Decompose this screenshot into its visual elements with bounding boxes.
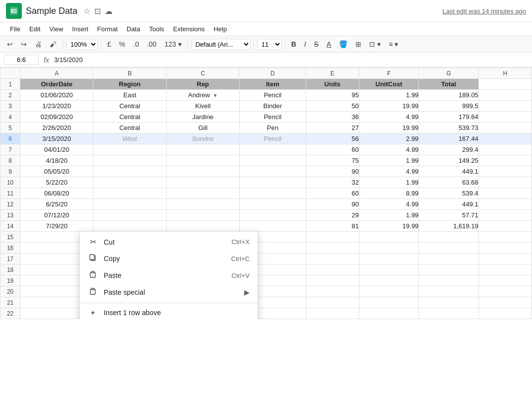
cell-C8[interactable]	[166, 155, 239, 166]
cell-E3[interactable]: 50	[306, 101, 359, 112]
row-num-3[interactable]: 3	[0, 101, 20, 112]
cell-C3[interactable]: Kivell	[166, 101, 239, 112]
cell-F12[interactable]: 4.99	[359, 199, 418, 210]
col-header-G[interactable]: G	[419, 68, 478, 79]
cell-C6[interactable]: Sorvino	[166, 133, 239, 144]
cell-F14[interactable]: 19.99	[359, 221, 418, 232]
paint-format-button[interactable]: 🖌	[47, 38, 60, 50]
cell-A8[interactable]: 4/18/20	[20, 155, 93, 166]
cell-G11[interactable]: 539.4	[419, 188, 478, 199]
align-button[interactable]: ≡ ▾	[386, 38, 401, 50]
cell-B4[interactable]: Central	[93, 112, 166, 123]
cell-G10[interactable]: 63.68	[419, 177, 478, 188]
cell-reference[interactable]: 6:6	[4, 55, 39, 65]
cloud-icon[interactable]: ☁	[105, 6, 113, 16]
row-num-8[interactable]: 8	[0, 155, 20, 166]
cell-D13[interactable]	[239, 210, 306, 221]
cell-D5[interactable]: Pen	[239, 123, 306, 133]
format123-button[interactable]: 123 ▾	[161, 38, 184, 50]
cell-D7[interactable]	[239, 144, 306, 155]
cell-B7[interactable]	[93, 144, 166, 155]
currency-button[interactable]: £	[104, 38, 114, 50]
row-num-18[interactable]: 18	[0, 264, 20, 275]
menu-help[interactable]: Help	[209, 23, 231, 35]
cell-D9[interactable]	[239, 166, 306, 177]
merge-button[interactable]: ⊡ ▾	[366, 38, 384, 50]
fill-color-button[interactable]: 🪣	[336, 38, 350, 50]
cell-H6[interactable]	[478, 133, 532, 144]
cell-B3[interactable]: Central	[93, 101, 166, 112]
cell-B9[interactable]	[93, 166, 166, 177]
row-num-16[interactable]: 16	[0, 243, 20, 254]
row-num-2[interactable]: 2	[0, 90, 20, 101]
col-header-H[interactable]: H	[478, 68, 532, 79]
cell-F1[interactable]: UnitCost	[359, 79, 418, 90]
undo-button[interactable]: ↩	[4, 38, 16, 50]
cell-C10[interactable]	[166, 177, 239, 188]
strikethrough-button[interactable]: S	[311, 38, 322, 50]
cell-A3[interactable]: 1/23/2020	[20, 101, 93, 112]
cell-A10[interactable]: 5/22/20	[20, 177, 93, 188]
ctx-paste[interactable]: Paste Ctrl+V	[80, 267, 258, 284]
cell-G6[interactable]: 167.44	[419, 133, 478, 144]
menu-tools[interactable]: Tools	[145, 23, 168, 35]
cell-A5[interactable]: 2/26/2020	[20, 123, 93, 133]
cell-D3[interactable]: Binder	[239, 101, 306, 112]
cell-B6[interactable]: West	[93, 133, 166, 144]
cell-G5[interactable]: 539.73	[419, 123, 478, 133]
font-size-select[interactable]: 11	[257, 39, 282, 50]
row-num-22[interactable]: 22	[0, 308, 20, 319]
borders-button[interactable]: ⊞	[352, 38, 364, 50]
cell-D1[interactable]: Item	[239, 79, 306, 90]
cell-A14[interactable]: 7/29/20	[20, 221, 93, 232]
col-header-F[interactable]: F	[359, 68, 418, 79]
cell-C5[interactable]: Gill	[166, 123, 239, 133]
cell-E6[interactable]: 56	[306, 133, 359, 144]
cell-F13[interactable]: 1.99	[359, 210, 418, 221]
row-num-12[interactable]: 12	[0, 199, 20, 210]
cell-A2[interactable]: 01/06/2020	[20, 90, 93, 101]
row-num-17[interactable]: 17	[0, 254, 20, 264]
row-num-15[interactable]: 15	[0, 232, 20, 243]
cell-B5[interactable]: Central	[93, 123, 166, 133]
cell-E9[interactable]: 90	[306, 166, 359, 177]
redo-button[interactable]: ↪	[18, 38, 30, 50]
col-header-D[interactable]: D	[239, 68, 306, 79]
cell-F4[interactable]: 4.99	[359, 112, 418, 123]
cell-A13[interactable]: 07/12/20	[20, 210, 93, 221]
cell-A4[interactable]: 02/09/2020	[20, 112, 93, 123]
cell-G14[interactable]: 1,619.19	[419, 221, 478, 232]
formula-input[interactable]: 3/15/2020	[54, 56, 528, 64]
cell-H4[interactable]	[478, 112, 532, 123]
cell-B2[interactable]: East	[93, 90, 166, 101]
decimal00-button[interactable]: .00	[144, 38, 159, 50]
cell-F11[interactable]: 8.99	[359, 188, 418, 199]
cell-E4[interactable]: 36	[306, 112, 359, 123]
menu-view[interactable]: View	[45, 23, 67, 35]
cell-H7[interactable]	[478, 144, 532, 155]
cell-D4[interactable]: Pencil	[239, 112, 306, 123]
cell-D12[interactable]	[239, 199, 306, 210]
cell-H12[interactable]	[478, 199, 532, 210]
row-num-21[interactable]: 21	[0, 297, 20, 308]
cell-D2[interactable]: Pencil	[239, 90, 306, 101]
cell-H10[interactable]	[478, 177, 532, 188]
menu-insert[interactable]: Insert	[68, 23, 92, 35]
cell-F8[interactable]: 1.99	[359, 155, 418, 166]
cell-F9[interactable]: 4.99	[359, 166, 418, 177]
cell-E7[interactable]: 60	[306, 144, 359, 155]
ctx-copy[interactable]: Copy Ctrl+C	[80, 250, 258, 267]
star-icon[interactable]: ☆	[83, 6, 90, 16]
cell-B1[interactable]: Region	[93, 79, 166, 90]
cell-F5[interactable]: 19.99	[359, 123, 418, 133]
cell-C14[interactable]	[166, 221, 239, 232]
cell-C13[interactable]	[166, 210, 239, 221]
cell-E12[interactable]: 90	[306, 199, 359, 210]
zoom-select[interactable]: 100%	[66, 39, 98, 50]
cell-F7[interactable]: 4.99	[359, 144, 418, 155]
cell-G9[interactable]: 449.1	[419, 166, 478, 177]
italic-button[interactable]: I	[301, 38, 309, 50]
underline-button[interactable]: A	[324, 38, 334, 50]
row-num-10[interactable]: 10	[0, 177, 20, 188]
cell-E13[interactable]: 29	[306, 210, 359, 221]
